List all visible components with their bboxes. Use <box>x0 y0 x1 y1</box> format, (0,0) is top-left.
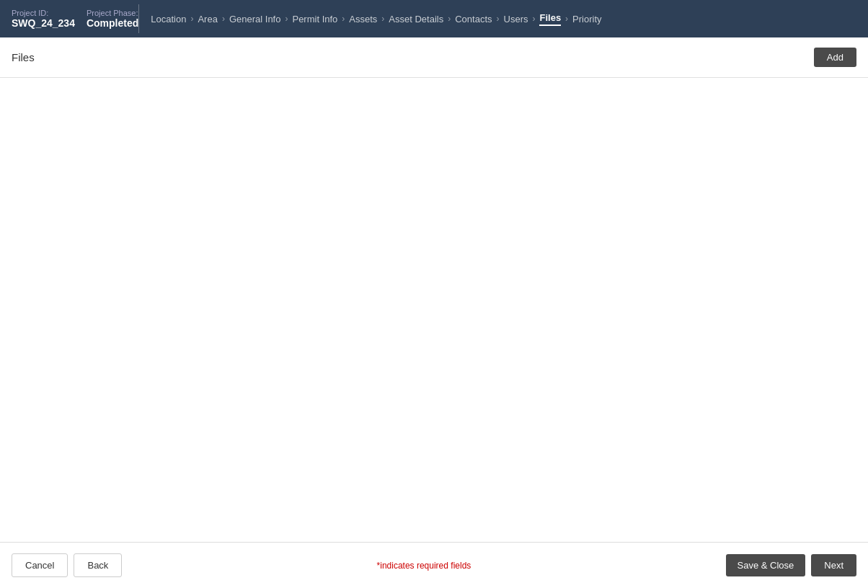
add-button[interactable]: Add <box>814 48 856 67</box>
breadcrumb-separator: › <box>190 14 193 24</box>
breadcrumb-separator: › <box>222 14 225 24</box>
breadcrumb-item-users[interactable]: Users <box>504 14 528 24</box>
project-id-block: Project ID: SWQ_24_234 <box>12 9 75 29</box>
breadcrumb-item-location[interactable]: Location <box>151 14 186 24</box>
back-button[interactable]: Back <box>74 553 122 577</box>
breadcrumb-item-area[interactable]: Area <box>198 14 217 24</box>
footer-right-actions: Save & Close Next <box>726 554 857 576</box>
breadcrumb-item-general-info[interactable]: General Info <box>229 14 281 24</box>
cancel-button[interactable]: Cancel <box>12 553 68 577</box>
breadcrumb-item-contacts[interactable]: Contacts <box>455 14 492 24</box>
breadcrumb-separator: › <box>448 14 451 24</box>
breadcrumb-item-assets[interactable]: Assets <box>349 14 377 24</box>
breadcrumb: Location›Area›General Info›Permit Info›A… <box>151 12 601 26</box>
main-content: Files Add <box>0 37 868 542</box>
project-phase-label: Project Phase: <box>87 9 138 17</box>
files-header: Files Add <box>0 37 868 78</box>
next-button[interactable]: Next <box>811 554 856 576</box>
required-fields-note: *indicates required fields <box>377 561 471 571</box>
files-title: Files <box>12 51 35 63</box>
project-info: Project ID: SWQ_24_234 Project Phase: Co… <box>12 9 138 29</box>
project-phase-value: Completed <box>87 17 138 29</box>
breadcrumb-separator: › <box>532 14 535 24</box>
files-panel: Files Add <box>0 37 868 542</box>
breadcrumb-item-permit-info[interactable]: Permit Info <box>292 14 337 24</box>
files-body <box>0 78 868 542</box>
breadcrumb-separator: › <box>497 14 500 24</box>
breadcrumb-separator: › <box>381 14 384 24</box>
footer-left-actions: Cancel Back <box>12 553 122 577</box>
breadcrumb-item-priority[interactable]: Priority <box>572 14 601 24</box>
page-header: Project ID: SWQ_24_234 Project Phase: Co… <box>0 0 868 37</box>
project-phase-block: Project Phase: Completed <box>87 9 138 29</box>
header-divider <box>138 4 139 33</box>
breadcrumb-separator: › <box>285 14 288 24</box>
breadcrumb-separator: › <box>565 14 568 24</box>
save-close-button[interactable]: Save & Close <box>726 554 806 576</box>
footer: Cancel Back *indicates required fields S… <box>0 542 868 588</box>
project-id-value: SWQ_24_234 <box>12 17 75 29</box>
project-id-label: Project ID: <box>12 9 75 17</box>
breadcrumb-item-asset-details[interactable]: Asset Details <box>389 14 443 24</box>
breadcrumb-separator: › <box>342 14 345 24</box>
breadcrumb-item-files[interactable]: Files <box>539 12 561 26</box>
